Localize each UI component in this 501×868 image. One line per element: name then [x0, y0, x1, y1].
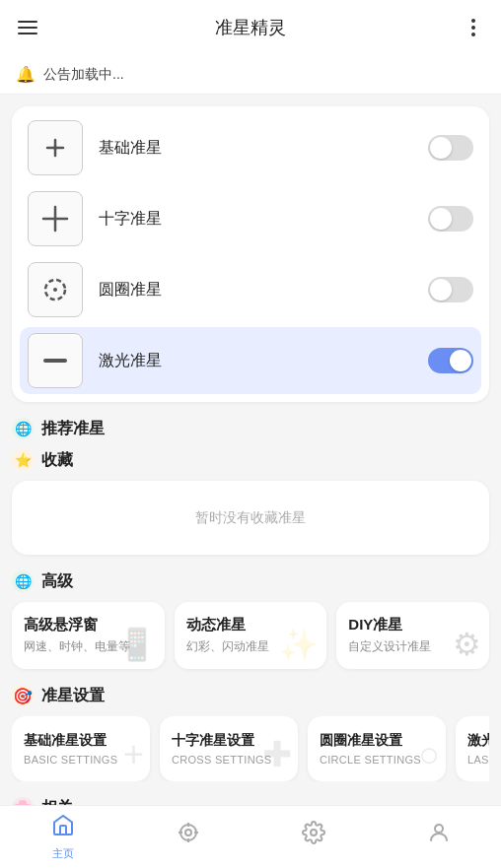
- settings-card-circle-bg: ○: [418, 734, 440, 775]
- crosshair-toggle-cross[interactable]: [428, 206, 473, 232]
- crosshair-label-circle: 圆圈准星: [99, 280, 428, 300]
- settings-card-circle-title: 圆圈准星设置: [320, 732, 434, 750]
- topbar: 准星精灵: [0, 0, 501, 55]
- svg-point-22: [435, 825, 443, 833]
- settings-header: 🎯 准星设置: [12, 685, 489, 706]
- nav-item-profile[interactable]: [376, 821, 501, 854]
- settings-card-circle[interactable]: 圆圈准星设置 CIRCLE SETTINGS ○: [308, 716, 446, 781]
- favorites-icon: ⭐: [12, 449, 34, 471]
- crosshair-preview-cross: [28, 191, 83, 246]
- svg-point-15: [180, 825, 196, 840]
- advanced-icon: 🌐: [12, 570, 34, 592]
- svg-point-16: [185, 830, 191, 835]
- svg-point-4: [471, 26, 475, 30]
- profile-nav-icon: [427, 821, 451, 850]
- advanced-header: 🌐 高级: [12, 570, 489, 592]
- settings-card-basic-bg: +: [123, 734, 144, 775]
- home-icon: [51, 813, 75, 842]
- settings-card-laser-title: 激光准星设置: [467, 732, 489, 750]
- settings-card-laser-sub: LASER SETTINGS: [467, 754, 489, 766]
- advanced-card-dynamic[interactable]: 动态准星 幻彩、闪动准星 ✨: [175, 602, 327, 669]
- advanced-card-floating-bg: 📱: [117, 626, 157, 663]
- settings-grid: 基础准星设置 BASIC SETTINGS + 十字准星设置 CROSS SET…: [12, 716, 489, 781]
- announcement-icon: 🔔: [16, 65, 36, 84]
- nav-item-crosshair[interactable]: [125, 821, 250, 854]
- favorites-header: ⭐ 收藏: [12, 449, 489, 471]
- settings-card-basic-sub: BASIC SETTINGS: [24, 754, 138, 766]
- announcement-text: 公告加载中...: [43, 66, 124, 84]
- advanced-grid: 高级悬浮窗 网速、时钟、电量等 📱 动态准星 幻彩、闪动准星 ✨ DIY准星 自…: [12, 602, 489, 669]
- crosshair-toggle-laser[interactable]: [428, 348, 473, 373]
- advanced-card-floating[interactable]: 高级悬浮窗 网速、时钟、电量等 📱: [12, 602, 165, 669]
- app-title: 准星精灵: [215, 16, 286, 39]
- more-icon[interactable]: [458, 12, 489, 43]
- crosshair-toggle-basic[interactable]: [428, 135, 473, 161]
- settings-card-basic-title: 基础准星设置: [24, 732, 138, 750]
- nav-item-settings[interactable]: [250, 821, 376, 854]
- svg-point-5: [471, 33, 475, 36]
- crosshair-item-basic[interactable]: 基础准星: [20, 114, 481, 181]
- nav-item-home[interactable]: 主页: [0, 813, 125, 861]
- crosshair-item-circle[interactable]: 圆圈准星: [20, 256, 481, 323]
- crosshair-nav-icon: [177, 821, 200, 850]
- crosshair-item-cross[interactable]: 十字准星: [20, 185, 481, 252]
- settings-card-basic[interactable]: 基础准星设置 BASIC SETTINGS +: [12, 716, 150, 781]
- svg-point-8: [53, 146, 57, 150]
- advanced-title: 高级: [41, 571, 73, 592]
- advanced-card-diy[interactable]: DIY准星 自定义设计准星 ⚙: [336, 602, 489, 669]
- nav-label-home: 主页: [52, 846, 74, 861]
- svg-rect-13: [43, 359, 67, 363]
- crosshair-label-laser: 激光准星: [99, 351, 428, 371]
- settings-card-circle-sub: CIRCLE SETTINGS: [320, 754, 434, 766]
- settings-icon: 🎯: [12, 685, 34, 706]
- favorites-empty-card: 暂时没有收藏准星: [12, 481, 489, 555]
- favorites-title: 收藏: [41, 450, 73, 471]
- favorites-empty-text: 暂时没有收藏准星: [195, 509, 306, 525]
- svg-point-3: [471, 19, 475, 23]
- recommended-icon: 🌐: [12, 418, 34, 439]
- announcement-bar: 🔔 公告加载中...: [0, 55, 501, 95]
- advanced-card-dynamic-bg: ✨: [279, 626, 319, 663]
- settings-card-laser[interactable]: 激光准星设置 LASER SETTINGS —: [456, 716, 489, 781]
- settings-nav-icon: [302, 821, 325, 850]
- crosshair-preview-laser: [28, 333, 83, 388]
- crosshair-label-cross: 十字准星: [99, 209, 428, 230]
- crosshair-preview-basic: [28, 120, 83, 175]
- settings-card-cross[interactable]: 十字准星设置 CROSS SETTINGS ✚: [160, 716, 298, 781]
- svg-point-21: [311, 830, 317, 835]
- settings-card-cross-bg: ✚: [262, 734, 292, 775]
- crosshair-preview-circle: [28, 262, 83, 317]
- svg-rect-14: [60, 826, 66, 835]
- crosshair-item-laser[interactable]: 激光准星: [20, 327, 481, 394]
- crosshair-label-basic: 基础准星: [99, 138, 428, 159]
- svg-point-12: [53, 288, 57, 292]
- recommended-header: 🌐 推荐准星: [12, 418, 489, 439]
- crosshair-toggle-circle[interactable]: [428, 277, 473, 302]
- main-content: 基础准星 十字准星 圆圈准星: [0, 95, 501, 868]
- settings-title: 准星设置: [41, 686, 105, 706]
- crosshair-selector-card: 基础准星 十字准星 圆圈准星: [12, 106, 489, 402]
- advanced-card-diy-bg: ⚙: [453, 626, 481, 663]
- recommended-title: 推荐准星: [41, 419, 105, 439]
- menu-icon[interactable]: [12, 12, 43, 43]
- bottom-nav: 主页: [0, 805, 501, 868]
